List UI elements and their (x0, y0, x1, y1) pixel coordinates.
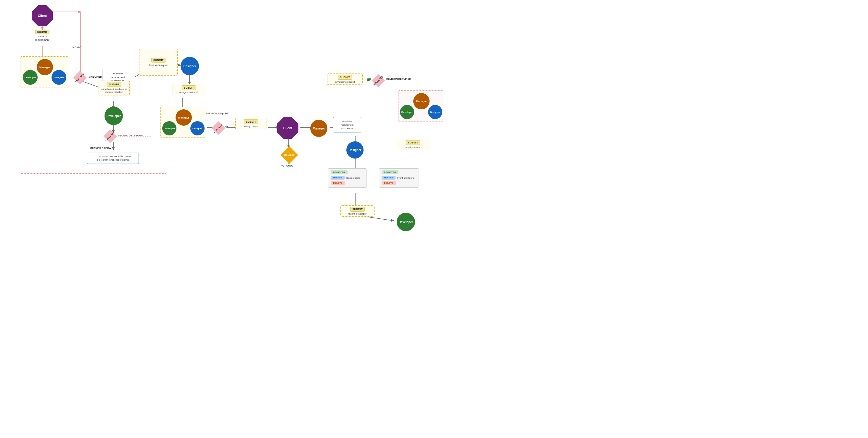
issue-label: issue or requirement (32, 35, 53, 42)
submit-complicated-container: SUBMIT complicated functions or states e… (99, 81, 130, 95)
outer-loop-border (21, 173, 166, 176)
frontend-store-label: Front-end Store (397, 177, 414, 179)
submit-task-designer-container: SUBMIT task to designer (139, 49, 178, 76)
submit-badge-dev-result: SUBMIT (338, 75, 352, 80)
submit-dev-result-container: SUBMIT development result (327, 74, 363, 85)
flow-arrows (0, 0, 868, 438)
ok-right-label: OK (367, 78, 371, 81)
ok-middle-label: OK (225, 125, 229, 128)
designer4-node: Designer (346, 141, 364, 158)
revision-required-middle-label: REVISION REQUIRED (206, 112, 230, 115)
designer1-node: Designer (52, 70, 66, 85)
not-good-label: NOT GOOD (281, 165, 294, 167)
svg-line-29 (364, 216, 394, 221)
manager-group-left: Manager Developer Designer (20, 56, 69, 87)
checked-label: CHECKED (89, 75, 102, 78)
team-group-middle: Manager Developer Designer (160, 107, 206, 138)
submit-badge-design-result: SUBMIT (244, 119, 258, 124)
dev-result-label: development result (335, 81, 355, 83)
task-to-developer-label: task to developer (348, 212, 367, 215)
developer5-node: Developer (397, 213, 415, 231)
client1-node: Client (32, 5, 53, 26)
submit-badge-design-draft: SUBMIT (182, 85, 196, 90)
submit-badge-task-developer: SUBMIT (350, 207, 365, 212)
manager4-node: Manager (413, 93, 430, 109)
review-label: REVIEW (284, 153, 294, 156)
developer1-node: Developer (23, 70, 38, 85)
design-store-label: Design Store (346, 177, 360, 179)
delete-badge-design: DELETE (331, 181, 345, 185)
design-result-label: design result (244, 125, 257, 128)
submit-badge-task-designer: SUBMIT (151, 58, 166, 62)
client1-label: Client (38, 14, 47, 18)
designer3-node: Designer (190, 121, 205, 136)
developer4-node: Developer (400, 105, 414, 119)
design-store-box: REGISTER MODIFY Design Store DELETE (328, 168, 367, 187)
submit-badge-1: SUBMIT (35, 30, 50, 34)
design-draft-label: design result draft (179, 91, 198, 94)
no-go-label: NO GO (72, 46, 82, 49)
evaluate2-diamond: EVALUATE (213, 122, 224, 134)
frontend-store-box: REGISTER MODIFY Front-end Store DELETE (379, 168, 419, 187)
diagram-canvas: Client SUBMIT issue or requirement Manag… (0, 0, 868, 438)
submit-require-review-container: SUBMIT require review (397, 139, 429, 150)
manager3-node: Manager (310, 120, 328, 137)
designer5-node: Designer (428, 105, 442, 119)
manager1-node: Manager (37, 59, 53, 75)
developer2-node: Developer (104, 107, 123, 125)
submit-issue-badge: SUBMIT issue or requirement (32, 30, 53, 42)
manager2-node: Manager (176, 109, 192, 126)
submit-design-draft-container: SUBMIT design result draft (173, 84, 205, 95)
submit-task-developer-container: SUBMIT task to developer (340, 205, 374, 216)
register-badge-design: REGISTER (331, 170, 347, 174)
delete-badge-frontend: DELETE (381, 181, 396, 185)
fsm-review-box: 1. document notes or FSM review 2. progr… (87, 153, 139, 164)
require-review2-label: require review (406, 146, 421, 148)
review-diamond: REVIEW (282, 148, 297, 163)
submit-badge-require-review: SUBMIT (406, 140, 421, 145)
evaluate1-diamond: EVALUATE (74, 72, 86, 84)
require-review-label: REQUIRE REVIEW (90, 147, 111, 149)
task-to-designer-label: task to designer (149, 64, 168, 67)
doc-req-schedule2-box: document requirement & schedule (333, 117, 361, 133)
complicated-label: complicated functions or states evaluati… (100, 88, 128, 94)
revision-required-right-label: REVISION REQUIRED (386, 78, 411, 80)
evaluate3-diamond: EVALUATE (104, 130, 116, 142)
client2-node: Client (277, 117, 299, 139)
outer-loop-left (21, 12, 23, 175)
submit-badge-complicated: SUBMIT (107, 82, 121, 87)
team-group-right: Manager Developer Designer (398, 90, 444, 121)
no-need-review-label: NO NEED TO REVIEW (118, 134, 143, 137)
evaluate4-diamond: EVALUATE (372, 75, 384, 87)
modify-badge-frontend: MODIFY (381, 176, 396, 180)
register-badge-frontend: REGISTER (381, 170, 399, 174)
developer3-node: Developer (162, 121, 177, 136)
designer2-node: Designer (181, 57, 199, 75)
submit-design-result-container: SUBMIT design result (235, 118, 267, 129)
modify-badge-design: MODIFY (331, 176, 345, 180)
